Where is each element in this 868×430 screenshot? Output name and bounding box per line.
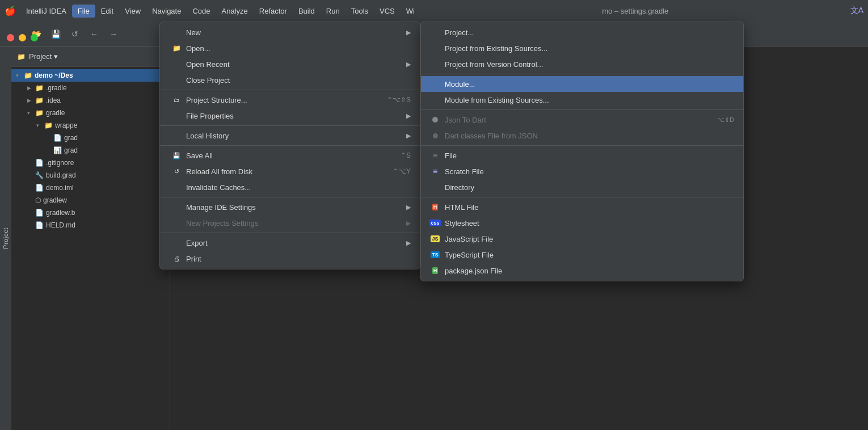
tree-item-gradlew-bat[interactable]: 📄 gradlew.b <box>11 206 170 219</box>
tree-item-build[interactable]: 🔧 build.grad <box>11 169 170 182</box>
menu-invalidate[interactable]: Invalidate Caches... <box>160 179 420 195</box>
sidebar-tab[interactable]: Project <box>0 47 11 430</box>
menu-export[interactable]: Export ▶ <box>160 235 420 251</box>
menubar-build[interactable]: Build <box>293 5 321 18</box>
folder-wrapper-icon: 📁 <box>44 121 53 129</box>
menu-print-label: Print <box>186 255 411 263</box>
tree-item-grad2[interactable]: 📊 grad <box>11 144 170 157</box>
menubar-analyze[interactable]: Analyze <box>216 5 254 18</box>
menu-new-projects-settings[interactable]: New Projects Settings ▶ <box>160 215 420 231</box>
menubar-file[interactable]: File <box>72 5 95 18</box>
menu-invalidate-label: Invalidate Caches... <box>186 183 411 192</box>
submenu-stylesheet-label: Stylesheet <box>445 219 734 227</box>
tree-item-grad1[interactable]: 📄 grad <box>11 132 170 144</box>
tree-item-gradlew[interactable]: ⬡ gradlew <box>11 194 170 206</box>
sub-sep-2 <box>421 109 743 110</box>
package-json-icon: H <box>430 265 440 276</box>
submenu-scratch[interactable]: ≡ Scratch File <box>421 163 743 179</box>
submenu-stylesheet[interactable]: css Stylesheet <box>421 215 743 231</box>
separator-5 <box>160 233 420 233</box>
js-icon: JS <box>430 234 440 244</box>
submenu-module[interactable]: Module... <box>421 76 743 92</box>
tree-item-held[interactable]: 📄 HELD.md <box>11 219 170 231</box>
menubar-code[interactable]: Code <box>187 5 216 18</box>
submenu-typescript[interactable]: TS TypeScript File <box>421 247 743 263</box>
translate-icon[interactable]: 文A <box>850 6 863 16</box>
collapse-arrow-gradle-folder: ▾ <box>27 110 33 116</box>
project-label[interactable]: Project ▾ <box>29 52 58 61</box>
back-icon[interactable]: ← <box>86 26 102 42</box>
menu-file-properties[interactable]: File Properties ▶ <box>160 108 420 124</box>
menubar-navigate[interactable]: Navigate <box>146 5 187 18</box>
menu-project-structure[interactable]: 🗂 Project Structure... ⌃⌥⇧S <box>160 92 420 108</box>
submenu-directory[interactable]: Directory <box>421 179 743 195</box>
tree-item-wrapper[interactable]: ▾ 📁 wrappe <box>11 119 170 132</box>
menubar-run[interactable]: Run <box>321 5 345 18</box>
tree-item-iml[interactable]: 📄 demo.iml <box>11 182 170 194</box>
submenu-project-vcs[interactable]: Project from Version Control... <box>421 56 743 72</box>
menu-new[interactable]: New ▶ <box>160 24 420 40</box>
save-all-icon: 💾 <box>171 150 182 161</box>
file-menu[interactable]: New ▶ 📁 Open... Open Recent ▶ Close Proj… <box>159 22 420 269</box>
folder-gradle2-icon: 📁 <box>35 109 44 117</box>
submenu-json-dart[interactable]: Json To Dart ⌥⇧D <box>421 112 743 128</box>
submenu-scratch-label: Scratch File <box>445 167 734 176</box>
menubar-wi[interactable]: Wi <box>401 5 420 18</box>
menubar-view[interactable]: View <box>119 5 146 18</box>
menu-save-all[interactable]: 💾 Save All ⌃S <box>160 147 420 163</box>
wrapper-label: wrappe <box>55 121 77 129</box>
open-icon: 📁 <box>171 43 182 53</box>
collapse-arrow-gradle: ▶ <box>27 85 33 91</box>
menu-close-project-label: Close Project <box>186 76 411 85</box>
folder-demo-icon: 📁 <box>24 71 32 79</box>
submenu-module-existing[interactable]: Module from Existing Sources... <box>421 92 743 108</box>
minimize-button[interactable] <box>19 34 26 41</box>
menubar-refactor[interactable]: Refactor <box>254 5 293 18</box>
menu-close-project[interactable]: Close Project <box>160 72 420 88</box>
menubar-vcs[interactable]: VCS <box>374 5 401 18</box>
project-structure-shortcut: ⌃⌥⇧S <box>387 96 411 104</box>
menu-open[interactable]: 📁 Open... <box>160 40 420 56</box>
held-label: HELD.md <box>46 221 75 229</box>
menu-reload[interactable]: ↺ Reload All from Disk ⌃⌥Y <box>160 163 420 179</box>
submenu-project-existing[interactable]: Project from Existing Sources... <box>421 40 743 56</box>
file-gitignore-icon: 📄 <box>35 159 44 167</box>
save-icon[interactable]: 💾 <box>48 26 64 42</box>
tree-item-demo[interactable]: ▾ 📁 demo ~/Des <box>11 69 170 82</box>
manage-ide-icon <box>171 202 182 212</box>
tree-item-gradle[interactable]: ▶ 📁 .gradle <box>11 82 170 94</box>
submenu-file[interactable]: ≡ File <box>421 147 743 163</box>
submenu-directory-label: Directory <box>445 183 734 192</box>
apple-menu[interactable]: 🍎 <box>5 5 16 16</box>
menubar-edit[interactable]: Edit <box>95 5 119 18</box>
menu-local-history-label: Local History <box>186 132 406 140</box>
menu-manage-ide[interactable]: Manage IDE Settings ▶ <box>160 199 420 215</box>
menu-export-label: Export <box>186 239 406 247</box>
submenu-dart-classes[interactable]: Dart classes File from JSON <box>421 128 743 144</box>
maximize-button[interactable] <box>31 34 38 41</box>
menubar-tools[interactable]: Tools <box>345 5 374 18</box>
menu-file-properties-label: File Properties <box>186 112 406 120</box>
forward-icon[interactable]: → <box>106 26 121 42</box>
separator-3 <box>160 145 420 146</box>
collapse-arrow-wrapper: ▾ <box>36 123 42 128</box>
local-history-icon <box>171 130 182 141</box>
file-grad1-icon: 📄 <box>53 134 62 142</box>
submenu-package-json[interactable]: H package.json File <box>421 263 743 279</box>
close-button[interactable] <box>7 34 14 41</box>
tree-item-idea[interactable]: ▶ 📁 .idea <box>11 94 170 107</box>
menu-print[interactable]: 🖨 Print <box>160 251 420 267</box>
gradle-label: .gradle <box>46 84 67 92</box>
export-arrow-icon: ▶ <box>406 239 411 247</box>
menubar-intellij[interactable]: IntelliJ IDEA <box>20 5 72 18</box>
submenu-html[interactable]: H HTML File <box>421 199 743 215</box>
tree-item-gradle-folder[interactable]: ▾ 📁 gradle <box>11 107 170 119</box>
file-tree: ▾ 📁 demo ~/Des ▶ 📁 .gradle ▶ 📁 .idea ▾ 📁… <box>11 67 170 234</box>
new-submenu[interactable]: Project... Project from Existing Sources… <box>420 22 744 281</box>
menu-open-recent[interactable]: Open Recent ▶ <box>160 56 420 72</box>
submenu-project[interactable]: Project... <box>421 24 743 40</box>
menu-local-history[interactable]: Local History ▶ <box>160 128 420 144</box>
submenu-javascript[interactable]: JS JavaScript File <box>421 231 743 247</box>
tree-item-gitignore[interactable]: 📄 .gitignore <box>11 157 170 169</box>
refresh-icon[interactable]: ↺ <box>67 26 83 42</box>
